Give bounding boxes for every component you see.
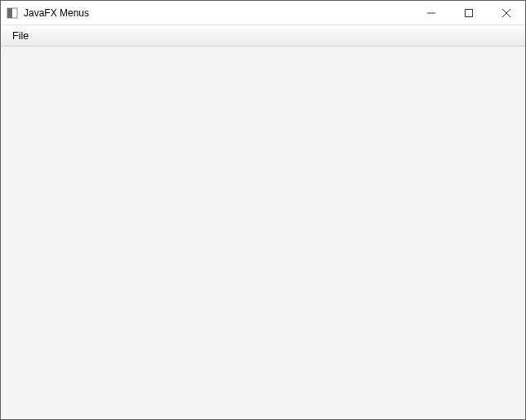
content-area	[1, 47, 525, 419]
close-button[interactable]	[488, 1, 525, 25]
window-titlebar: JavaFX Menus	[1, 1, 525, 25]
app-icon	[6, 7, 19, 20]
svg-rect-3	[466, 10, 473, 17]
window-controls	[412, 1, 525, 25]
minimize-button[interactable]	[412, 1, 450, 25]
svg-rect-1	[7, 8, 12, 18]
window-title: JavaFX Menus	[24, 7, 412, 19]
application-window: JavaFX Menus File	[0, 0, 526, 420]
maximize-button[interactable]	[450, 1, 488, 25]
menu-bar: File	[1, 25, 525, 47]
menu-file[interactable]: File	[6, 28, 35, 44]
